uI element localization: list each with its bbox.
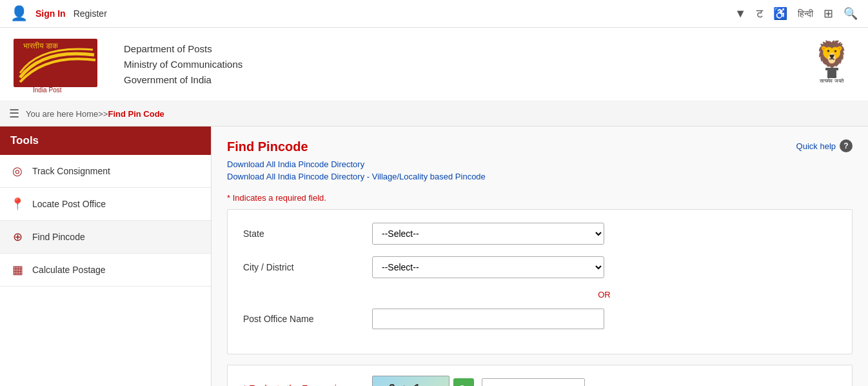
download-link-2[interactable]: Download All India Pincode Directory - V… [227, 172, 486, 181]
captcha-image: 2 + 1 = [372, 376, 449, 386]
sitemap-icon[interactable]: ⊞ [824, 6, 833, 21]
sidebar-item-pincode-label: Find Pincode [32, 232, 85, 242]
sign-in-link[interactable]: Sign In [35, 8, 66, 19]
track-icon: ◎ [10, 164, 25, 178]
state-select[interactable]: --Select-- [372, 223, 604, 245]
page-title: Find Pincode [227, 139, 486, 154]
state-field: --Select-- [372, 223, 836, 245]
svg-text:सत्यमेव जयते: सत्यमेव जयते [819, 77, 843, 84]
hindi-language-link[interactable]: हिन्दी [798, 8, 813, 19]
font-size-icon[interactable]: ट [756, 7, 763, 21]
required-notice: * Indicates a required field. [227, 193, 853, 203]
content-area: Find Pincode Download All India Pincode … [212, 127, 868, 386]
captcha-refresh-button[interactable]: ↻ [453, 378, 474, 386]
top-bar-right: ▼ ट ♿ हिन्दी ⊞ 🔍 [735, 6, 858, 21]
content-header: Find Pincode Download All India Pincode … [227, 139, 853, 184]
pincode-icon: ⊕ [10, 230, 25, 244]
user-icon: 👤 [10, 5, 28, 22]
svg-text:भारतीय डाक: भारतीय डाक [23, 41, 59, 50]
city-row: City / District --Select-- [243, 256, 836, 278]
sidebar-item-postage-label: Calculate Postage [32, 265, 106, 275]
national-emblem: 🦁 सत्यमेव जयते [806, 34, 858, 94]
city-select[interactable]: --Select-- [372, 256, 604, 278]
accessibility-icon[interactable]: ♿ [773, 6, 787, 21]
header: भारतीय डाक India Post Department of Post… [0, 28, 868, 101]
quick-help-icon[interactable]: ? [840, 139, 853, 152]
top-bar-left: 👤 Sign In Register [10, 5, 107, 22]
required-asterisk: * [227, 193, 233, 203]
dropdown-icon[interactable]: ▼ [735, 7, 746, 21]
logo-area: भारतीय डाक India Post Department of Post… [10, 36, 242, 94]
sidebar-item-locate[interactable]: 📍 Locate Post Office [0, 188, 211, 221]
register-link[interactable]: Register [74, 8, 107, 19]
download-link-1[interactable]: Download All India Pincode Directory [227, 159, 486, 169]
post-office-row: Post Office Name [243, 309, 836, 329]
main-layout: Tools ◎ Track Consignment 📍 Locate Post … [0, 127, 868, 386]
org-name: Department of Posts Ministry of Communic… [124, 41, 242, 88]
sidebar: Tools ◎ Track Consignment 📍 Locate Post … [0, 127, 212, 386]
breadcrumb-bar: ☰ You are here Home>> Find Pin Code [0, 101, 868, 127]
quick-help-area[interactable]: Quick help ? [796, 139, 853, 152]
captcha-row: * Evaluate the Expression 2 + 1 = ↻ [243, 376, 836, 386]
svg-text:India Post: India Post [33, 86, 62, 94]
svg-text:🦁: 🦁 [816, 39, 848, 70]
sidebar-item-pincode[interactable]: ⊕ Find Pincode [0, 221, 211, 254]
city-label: City / District [243, 262, 372, 272]
emblem-svg: 🦁 सत्यमेव जयते [806, 34, 858, 92]
menu-icon[interactable]: ☰ [9, 107, 19, 121]
search-icon[interactable]: 🔍 [843, 6, 858, 21]
breadcrumb-current: Find Pin Code [108, 109, 164, 119]
captcha-asterisk: * [243, 383, 249, 386]
india-post-logo: भारतीय डाक India Post [10, 36, 113, 94]
state-label: State [243, 229, 372, 239]
postage-icon: ▦ [10, 263, 25, 277]
content-header-left: Find Pincode Download All India Pincode … [227, 139, 486, 184]
post-office-field [372, 309, 836, 329]
sidebar-item-locate-label: Locate Post Office [32, 199, 106, 209]
sidebar-item-track[interactable]: ◎ Track Consignment [0, 155, 211, 188]
city-field: --Select-- [372, 256, 836, 278]
state-row: State --Select-- [243, 223, 836, 245]
captcha-label: * Evaluate the Expression [243, 383, 372, 386]
svg-rect-6 [827, 70, 836, 78]
or-divider: OR [372, 290, 836, 300]
top-bar: 👤 Sign In Register ▼ ट ♿ हिन्दी ⊞ 🔍 [0, 0, 868, 28]
svg-rect-5 [825, 68, 838, 70]
quick-help-label: Quick help [796, 141, 836, 151]
sidebar-item-postage[interactable]: ▦ Calculate Postage [0, 254, 211, 287]
sidebar-item-track-label: Track Consignment [32, 166, 110, 176]
post-office-label: Post Office Name [243, 314, 372, 324]
form-container: State --Select-- City / District --Selec… [227, 209, 853, 354]
breadcrumb-home: You are here Home>> [26, 109, 108, 119]
captcha-input[interactable] [482, 378, 585, 386]
locate-icon: 📍 [10, 197, 25, 211]
captcha-container: * Evaluate the Expression 2 + 1 = ↻ [227, 365, 853, 386]
post-office-input[interactable] [372, 309, 604, 329]
sidebar-title: Tools [0, 127, 211, 155]
